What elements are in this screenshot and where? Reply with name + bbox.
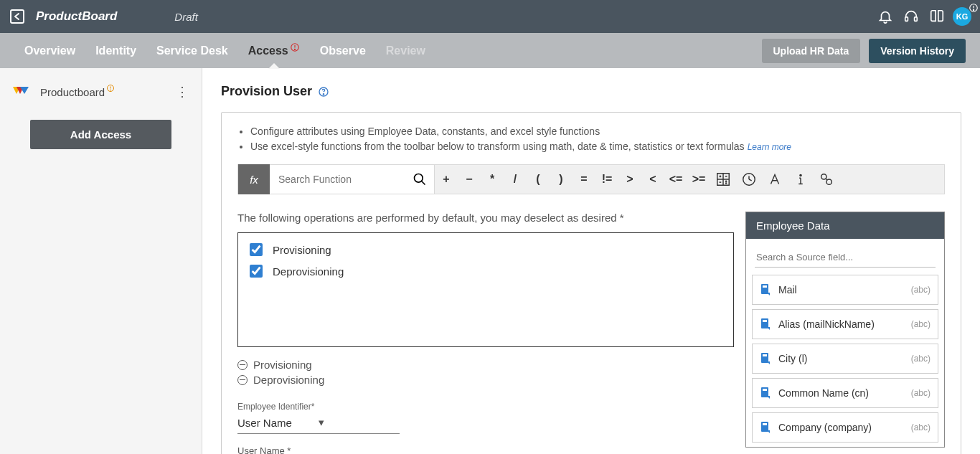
svg-point-35: [821, 174, 826, 179]
field-icon: [760, 351, 771, 366]
user-avatar[interactable]: KG: [953, 7, 971, 26]
sidebar-item-label: Productboard: [40, 86, 105, 98]
app-logo-icon: [9, 8, 26, 25]
employee-data-panel: Employee Data Mail (abc) Alias (mailNick…: [745, 212, 945, 448]
version-history-button[interactable]: Version History: [869, 39, 966, 63]
attribute-row[interactable]: Common Name (cn) (abc): [752, 378, 938, 408]
attribute-row[interactable]: Company (company) (abc): [752, 412, 938, 443]
tab-identity[interactable]: Identity: [85, 33, 146, 68]
op-asterisk[interactable]: *: [481, 164, 504, 194]
emp-identifier-label: Employee Identifier*: [237, 402, 734, 412]
attribute-type: (abc): [911, 422, 930, 432]
svg-point-5: [973, 9, 974, 10]
svg-rect-45: [763, 354, 767, 356]
svg-line-37: [826, 179, 827, 180]
minus-label-2: Deprovisioning: [253, 374, 324, 386]
svg-point-8: [294, 49, 295, 49]
attribute-row[interactable]: City (l) (abc): [752, 344, 938, 374]
source-field-search-input[interactable]: [755, 247, 936, 268]
learn-more-link[interactable]: Learn more: [748, 142, 791, 152]
bell-icon[interactable]: [874, 5, 897, 28]
op-lparen[interactable]: (: [527, 164, 550, 194]
deprovisioning-checkbox[interactable]: [250, 265, 263, 278]
provisioning-checkbox[interactable]: [250, 243, 263, 256]
op-plus[interactable]: +: [435, 164, 458, 194]
remove-deprovisioning[interactable]: Deprovisioning: [237, 374, 734, 386]
remove-provisioning[interactable]: Provisioning: [237, 359, 734, 371]
op-lt[interactable]: <: [641, 164, 664, 194]
fx-icon: fx: [238, 164, 270, 194]
tab-access[interactable]: Access: [238, 33, 310, 68]
avatar-initials: KG: [956, 12, 969, 21]
attribute-row[interactable]: Alias (mailNickName) (abc): [752, 309, 938, 339]
time-category-icon[interactable]: [736, 164, 762, 194]
svg-point-26: [726, 181, 727, 181]
logic-category-icon[interactable]: [814, 164, 839, 194]
username-label: User Name *: [237, 445, 734, 454]
op-eq[interactable]: =: [573, 164, 595, 194]
svg-rect-1: [905, 17, 908, 21]
operations-box: Provisioning Deprovisioning: [237, 232, 734, 347]
app-title: ProductBoard: [36, 9, 117, 24]
svg-rect-39: [763, 285, 767, 288]
headset-icon[interactable]: [900, 5, 923, 28]
main-content: Provision User Configure attributes usin…: [202, 68, 980, 454]
attribute-name: Mail: [778, 284, 911, 295]
provision-panel: Configure attributes using Employee Data…: [221, 112, 961, 454]
svg-rect-48: [763, 389, 767, 391]
tab-observe[interactable]: Observe: [310, 33, 376, 68]
productboard-logo-icon: [11, 84, 32, 100]
field-icon: [760, 386, 771, 400]
field-icon: [760, 420, 771, 435]
page-title: Provision User: [221, 84, 312, 99]
book-icon[interactable]: [925, 5, 948, 28]
top-bar: ProductBoard Draft KG: [0, 0, 980, 33]
op-lte[interactable]: <=: [664, 164, 687, 194]
math-category-icon[interactable]: [710, 164, 736, 194]
attribute-type: (abc): [911, 285, 930, 295]
text-category-icon[interactable]: [762, 164, 788, 194]
svg-point-27: [726, 183, 727, 184]
op-neq[interactable]: !=: [595, 164, 618, 194]
attribute-row[interactable]: Mail (abc): [752, 275, 938, 305]
svg-point-36: [826, 179, 831, 184]
op-minus[interactable]: −: [458, 164, 481, 194]
sidebar: Productboard ⋮ Add Access: [0, 68, 202, 454]
tab-service-desk[interactable]: Service Desk: [146, 33, 238, 68]
svg-line-18: [422, 181, 425, 185]
attribute-type: (abc): [911, 319, 930, 329]
help-icon[interactable]: [318, 86, 329, 98]
instruction-1: Configure attributes using Employee Data…: [250, 124, 945, 139]
provisioning-label: Provisioning: [273, 244, 331, 256]
svg-rect-51: [763, 423, 767, 425]
svg-point-17: [415, 174, 423, 183]
sidebar-item-productboard[interactable]: Productboard ⋮: [0, 77, 202, 107]
op-slash[interactable]: /: [504, 164, 527, 194]
svg-point-32: [800, 174, 801, 176]
attribute-name: Common Name (cn): [778, 387, 911, 399]
deprovisioning-label: Deprovisioning: [273, 265, 344, 278]
op-gt[interactable]: >: [618, 164, 641, 194]
draft-status: Draft: [174, 11, 198, 23]
search-icon[interactable]: [413, 172, 427, 186]
info-category-icon[interactable]: [788, 164, 814, 194]
upload-hr-button[interactable]: Upload HR Data: [762, 39, 861, 63]
more-icon[interactable]: ⋮: [176, 85, 189, 98]
attribute-type: (abc): [911, 354, 930, 364]
field-icon: [760, 283, 771, 297]
field-icon: [760, 317, 771, 331]
svg-rect-0: [11, 10, 24, 23]
svg-point-14: [110, 90, 111, 90]
tab-overview[interactable]: Overview: [14, 33, 85, 68]
tab-bar: Overview Identity Service Desk Access Ob…: [0, 33, 980, 68]
function-search-input[interactable]: [270, 165, 434, 194]
op-rparen[interactable]: ): [550, 164, 573, 194]
dropdown-value: User Name: [237, 417, 319, 429]
op-gte[interactable]: >=: [687, 164, 710, 194]
tab-review[interactable]: Review: [376, 33, 435, 68]
attribute-name: City (l): [778, 353, 911, 364]
attribute-name: Company (company): [778, 422, 911, 433]
add-access-button[interactable]: Add Access: [30, 120, 171, 149]
emp-identifier-dropdown[interactable]: User Name ▾: [237, 412, 400, 434]
svg-rect-2: [915, 17, 918, 21]
